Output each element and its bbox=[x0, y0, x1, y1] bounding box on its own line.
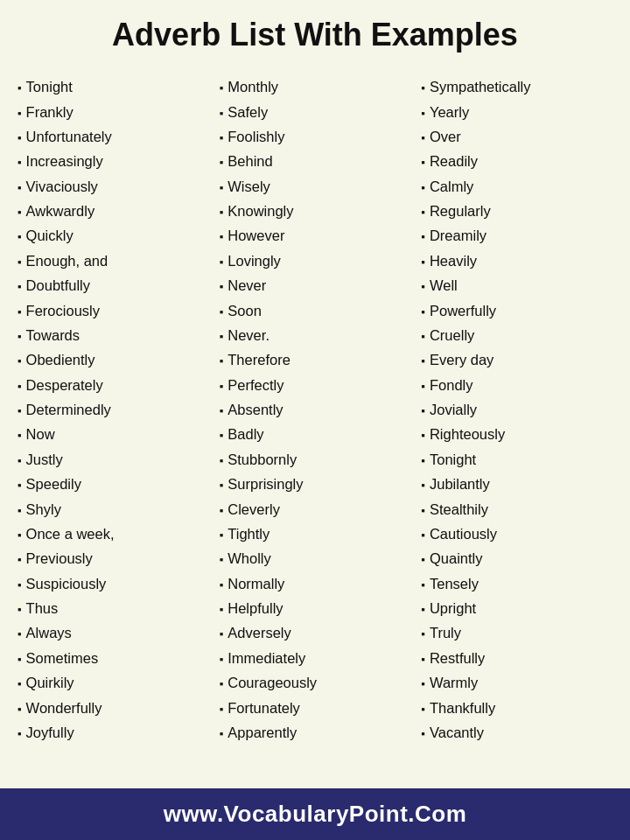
list-item: Upright bbox=[421, 596, 612, 620]
list-item: Tightly bbox=[220, 522, 411, 546]
list-item: Cruelly bbox=[421, 323, 612, 347]
list-item: Vacantly bbox=[421, 720, 612, 745]
list-item: Powerfully bbox=[421, 298, 612, 323]
list-item: Now bbox=[18, 422, 209, 446]
list-item: Soon bbox=[220, 298, 411, 323]
list-item: Justly bbox=[18, 447, 209, 472]
list-item: Never bbox=[220, 273, 411, 298]
list-item: Increasingly bbox=[18, 149, 209, 173]
list-item: Dreamily bbox=[421, 223, 612, 248]
list-item: Perfectly bbox=[220, 373, 411, 397]
list-item: Enough, and bbox=[18, 248, 209, 273]
columns-wrapper: TonightFranklyUnfortunatelyIncreasinglyV… bbox=[12, 74, 618, 745]
footer-section: www.VocabularyPoint.Com bbox=[0, 788, 630, 840]
page-title: Adverb List With Examples bbox=[18, 16, 612, 53]
list-item: Normally bbox=[220, 571, 411, 596]
list-item: Doubtfully bbox=[18, 273, 209, 298]
list-item: Knowingly bbox=[220, 199, 411, 223]
list-item: Cautiously bbox=[421, 522, 612, 546]
list-item: Over bbox=[421, 124, 612, 149]
list-item: Thus bbox=[18, 596, 209, 620]
list-item: Towards bbox=[18, 323, 209, 347]
column-1-list: TonightFranklyUnfortunatelyIncreasinglyV… bbox=[18, 74, 209, 745]
list-item: Cleverly bbox=[220, 497, 411, 522]
list-item: Behind bbox=[220, 149, 411, 173]
list-item: However bbox=[220, 223, 411, 248]
list-item: Unfortunately bbox=[18, 124, 209, 149]
list-item: Safely bbox=[220, 100, 411, 124]
list-item: Previously bbox=[18, 546, 209, 570]
list-item: Therefore bbox=[220, 347, 411, 372]
list-item: Vivaciously bbox=[18, 174, 209, 199]
list-item: Wisely bbox=[220, 174, 411, 199]
list-item: Once a week, bbox=[18, 522, 209, 546]
list-item: Shyly bbox=[18, 497, 209, 522]
list-item: Desperately bbox=[18, 373, 209, 397]
list-item: Tensely bbox=[421, 571, 612, 596]
list-item: Tonight bbox=[18, 74, 209, 99]
list-item: Righteously bbox=[421, 422, 612, 446]
column-3: SympatheticallyYearlyOverReadilyCalmlyRe… bbox=[416, 74, 618, 745]
list-item: Immediately bbox=[220, 646, 411, 670]
column-2: MonthlySafelyFoolishlyBehindWiselyKnowin… bbox=[214, 74, 416, 745]
list-item: Heavily bbox=[421, 248, 612, 273]
list-item: Wholly bbox=[220, 546, 411, 570]
list-item: Yearly bbox=[421, 100, 612, 124]
list-item: Tonight bbox=[421, 447, 612, 472]
list-item: Foolishly bbox=[220, 124, 411, 149]
column-3-list: SympatheticallyYearlyOverReadilyCalmlyRe… bbox=[421, 74, 612, 745]
list-item: Badly bbox=[220, 422, 411, 446]
list-item: Jubilantly bbox=[421, 472, 612, 496]
list-item: Thankfully bbox=[421, 696, 612, 720]
list-item: Stubbornly bbox=[220, 447, 411, 472]
list-item: Ferociously bbox=[18, 298, 209, 323]
list-item: Apparently bbox=[220, 720, 411, 745]
list-item: Determinedly bbox=[18, 397, 209, 422]
list-item: Sympathetically bbox=[421, 74, 612, 99]
list-item: Fortunately bbox=[220, 696, 411, 720]
list-item: Jovially bbox=[421, 397, 612, 422]
list-item: Surprisingly bbox=[220, 472, 411, 496]
list-item: Restfully bbox=[421, 646, 612, 670]
list-item: Monthly bbox=[220, 74, 411, 99]
list-item: Quirkily bbox=[18, 670, 209, 695]
list-item: Quickly bbox=[18, 223, 209, 248]
list-item: Obediently bbox=[18, 347, 209, 372]
list-item: Wonderfully bbox=[18, 696, 209, 720]
content-area: TonightFranklyUnfortunatelyIncreasinglyV… bbox=[0, 66, 630, 788]
list-item: Never. bbox=[220, 323, 411, 347]
list-item: Helpfully bbox=[220, 596, 411, 620]
list-item: Absently bbox=[220, 397, 411, 422]
list-item: Well bbox=[421, 273, 612, 298]
list-item: Always bbox=[18, 620, 209, 645]
list-item: Adversely bbox=[220, 620, 411, 645]
list-item: Speedily bbox=[18, 472, 209, 496]
list-item: Sometimes bbox=[18, 646, 209, 670]
list-item: Awkwardly bbox=[18, 199, 209, 223]
column-1: TonightFranklyUnfortunatelyIncreasinglyV… bbox=[12, 74, 214, 745]
footer-url: www.VocabularyPoint.Com bbox=[164, 801, 467, 827]
list-item: Warmly bbox=[421, 670, 612, 695]
list-item: Stealthily bbox=[421, 497, 612, 522]
list-item: Courageously bbox=[220, 670, 411, 695]
list-item: Calmly bbox=[421, 174, 612, 199]
list-item: Quaintly bbox=[421, 546, 612, 570]
list-item: Every day bbox=[421, 347, 612, 372]
column-2-list: MonthlySafelyFoolishlyBehindWiselyKnowin… bbox=[220, 74, 411, 745]
list-item: Regularly bbox=[421, 199, 612, 223]
list-item: Lovingly bbox=[220, 248, 411, 273]
list-item: Fondly bbox=[421, 373, 612, 397]
list-item: Frankly bbox=[18, 100, 209, 124]
list-item: Readily bbox=[421, 149, 612, 173]
title-section: Adverb List With Examples bbox=[0, 0, 630, 66]
list-item: Joyfully bbox=[18, 720, 209, 745]
list-item: Truly bbox=[421, 620, 612, 645]
list-item: Suspiciously bbox=[18, 571, 209, 596]
